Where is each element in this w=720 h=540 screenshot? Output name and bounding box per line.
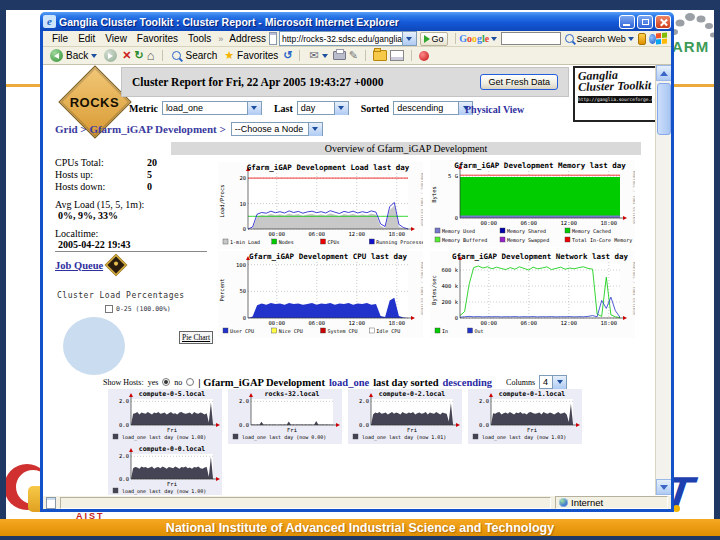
chevron-down-icon [552,376,566,389]
scroll-up-button[interactable] [656,65,671,81]
menu-edit[interactable]: Edit [73,33,100,44]
get-fresh-data-button[interactable]: Get Fresh Data [480,74,558,90]
chart-cluster-load[interactable]: 0102000:0006:0012:0018:00Gfarm_iGAP Deve… [218,162,423,249]
localtime-value: 2005-04-22 19:43 [55,239,215,250]
svg-text:0.0: 0.0 [239,422,249,428]
host-chart-compute-0-0[interactable]: 0.02.0Fricompute-0-0.localload_one last … [108,444,222,495]
capture-toolbar-icon[interactable] [390,50,404,61]
svg-text:5 G: 5 G [448,173,458,179]
google-search-input[interactable] [501,32,561,45]
edit-button[interactable]: ✎ [349,50,358,61]
favorites-star-icon: ★ [224,50,234,61]
svg-text:compute-0-0.local: compute-0-0.local [139,445,206,453]
back-history-chevron-icon[interactable] [91,54,97,58]
job-queue-link[interactable]: Job Queue [55,260,103,271]
toolbar-extension-icon-1[interactable] [638,33,647,45]
host-chart-compute-0-5[interactable]: 0.02.0Fricompute-0-5.localload_one last … [108,389,222,444]
pie-chart-button[interactable]: Pie Chart [179,331,213,344]
choose-node-select[interactable]: --Choose a Node [231,122,323,136]
go-button[interactable]: Go [420,32,448,46]
forward-arrow-icon [104,49,117,62]
history-button[interactable]: ↺ [283,50,292,61]
svg-text:Memory Cached: Memory Cached [572,228,611,235]
svg-text:RRDTOOL / TOBI OETIKER: RRDTOOL / TOBI OETIKER [632,262,635,316]
vertical-scrollbar[interactable] [655,65,671,495]
host-chart-rocks-32[interactable]: 0.02.0Frirocks-32.localload_one last day… [228,389,342,444]
svg-text:User CPU: User CPU [230,328,254,334]
search-web-chevron-icon[interactable] [628,37,634,41]
sorted-select[interactable]: descending [393,101,473,115]
menu-favorites[interactable]: Favorites [132,33,183,44]
search-button[interactable]: Search [170,50,220,61]
svg-text:0: 0 [455,315,458,321]
minimize-icon [623,24,630,26]
last-select[interactable]: day [297,101,349,115]
favorites-button[interactable]: ★ Favorites [222,50,280,61]
show-hosts-yes-radio[interactable] [162,378,170,386]
folder-toolbar-icon[interactable] [373,50,387,61]
show-hosts-no-radio[interactable] [186,378,194,386]
google-menu-chevron-icon[interactable] [491,37,497,41]
svg-text:400 k: 400 k [441,283,458,289]
svg-text:0: 0 [243,315,246,321]
load-percentages-pie [63,317,125,375]
columns-label: Columns [506,378,535,387]
slide-border-left [0,0,6,540]
stop-button[interactable]: ✕ [122,50,131,61]
metric-select[interactable]: load_one [162,101,262,115]
page-content: ROCKS Cluster Report for Fri, 22 Apr 200… [43,65,671,495]
back-button[interactable]: Back [48,49,99,62]
close-button[interactable] [655,15,671,29]
svg-text:Bytes/sec: Bytes/sec [431,275,438,305]
hosts-down-label: Hosts down: [55,181,147,192]
address-label: Address [229,33,266,44]
mail-button[interactable]: ✉ [307,50,329,61]
svg-text:2.0: 2.0 [479,398,489,404]
messenger-toolbar-icon[interactable] [419,51,429,61]
hosts-up-label: Hosts up: [55,169,147,180]
rocks-label: ROCKS [70,94,119,109]
svg-text:12:00: 12:00 [349,320,366,326]
svg-text:Fri: Fri [287,427,297,433]
menu-overflow-chevron-icon[interactable]: » [216,34,225,44]
svg-text:0: 0 [243,226,246,232]
home-button[interactable]: ⌂ [147,50,155,61]
svg-text:Running Processes: Running Processes [376,239,423,246]
toolbar-extension-icon-2[interactable] [649,34,656,44]
menu-tools[interactable]: Tools [183,33,216,44]
address-input[interactable]: http://rocks-32.sdsc.edu/ganglia/?m=load… [279,31,417,46]
slide-footer-bar: National Institute of Advanced Industria… [0,519,720,536]
last-label: Last [274,103,293,114]
address-dropdown-button[interactable] [402,32,416,45]
physical-view-link[interactable]: Physical View [465,104,524,115]
host-chart-compute-0-1[interactable]: 0.02.0Fricompute-0-1.localload_one last … [468,389,582,444]
minimize-button[interactable] [619,15,635,29]
host-chart-compute-0-2[interactable]: 0.02.0Fricompute-0-2.localload_one last … [348,389,462,444]
print-button[interactable] [333,51,346,60]
chart-cluster-cpu[interactable]: 05010000:0006:0012:0018:00Gfarm_iGAP Dev… [218,251,423,338]
refresh-button[interactable]: ↻ [134,50,143,61]
maximize-button[interactable] [637,15,653,29]
chart-cluster-memory[interactable]: 05 G00:0006:0012:0018:00Gfarm_iGAP Devel… [430,160,635,247]
show-hosts-yes-label: yes [148,378,159,387]
svg-text:Fri: Fri [167,481,177,487]
scrollbar-thumb[interactable] [657,83,671,135]
menu-view[interactable]: View [100,33,132,44]
breadcrumb-text[interactable]: Grid > Gfarm_iGAP Development > [55,123,226,135]
forward-button[interactable] [102,49,119,62]
menu-file[interactable]: File [47,33,73,44]
svg-text:Gfarm_iGAP Development Load la: Gfarm_iGAP Development Load last day [247,163,410,172]
svg-text:Gfarm_iGAP Development Memory: Gfarm_iGAP Development Memory last day [454,161,626,170]
svg-text:load_one last day (now 1.08): load_one last day (now 1.08) [122,434,206,441]
search-icon [172,51,181,60]
scroll-down-button[interactable] [656,479,671,495]
svg-text:Total In-Core Memory: Total In-Core Memory [572,237,632,244]
svg-text:rocks-32.local: rocks-32.local [265,390,320,398]
slide-border-bottom [0,536,720,540]
sort-desc-metric: load_one [329,377,369,388]
window-titlebar[interactable]: e Ganglia Cluster Toolkit : Cluster Repo… [40,12,674,31]
svg-text:2.0: 2.0 [359,398,369,404]
chart-cluster-network[interactable]: 0200 k400 k600 k00:0006:0012:0018:00Gfar… [430,251,635,338]
search-web-button[interactable]: Search Web [576,34,625,44]
columns-select[interactable]: 4 [539,375,567,389]
